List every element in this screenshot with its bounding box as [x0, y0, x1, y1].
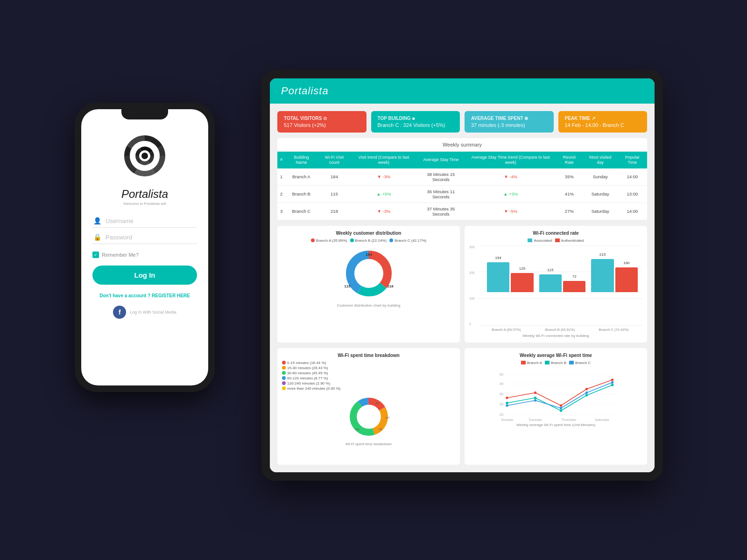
legend-avg-a: Branch A [521, 361, 542, 365]
cell-visits: 218 [317, 203, 351, 220]
table-row: 3 Branch C 218 ▼ -3% 37 Minutes 35 Secon… [277, 203, 647, 220]
svg-point-12 [358, 406, 380, 427]
chart-spent-subtitle: Wi-Fi spent time breakdown [345, 442, 392, 446]
col-building: Building Name [285, 152, 317, 168]
legend-120-240: 120-240 minutes (2.90 %) [282, 381, 330, 385]
tablet-screen: Portalista Total visitors ⊙ 517 Visitors… [270, 78, 655, 472]
weekly-summary-section: Weekly summary # Building Name Wi-Fi Vis… [277, 138, 647, 220]
legend-label-authenticated: Authenticated [561, 238, 584, 243]
bar-chart-area: 194 125 115 [482, 245, 642, 292]
tablet-header: Portalista [270, 78, 655, 104]
svg-text:147: 147 [385, 416, 390, 419]
col-day: Most visited day [583, 152, 618, 168]
username-input[interactable] [106, 217, 197, 224]
kpi-value-visitors: 517 Visitors (+2%) [284, 122, 360, 128]
svg-point-30 [585, 388, 588, 391]
col-time: Popular Time [618, 152, 647, 168]
svg-text:Thursday: Thursday [561, 418, 576, 421]
table-row: 2 Branch B 115 ▲ +5% 36 Minutes 11 Secon… [277, 185, 647, 203]
chart-wifi-subtitle: Weekly Wi-Fi connected rate by building [522, 334, 589, 338]
remember-me-label: Remember Me? [102, 252, 139, 258]
password-row: 🔒 [92, 233, 197, 244]
dot-15-30 [282, 366, 286, 370]
cell-trend: ▲ +5% [352, 185, 416, 203]
legend-branch-a: Branch A (35.99%) [311, 238, 347, 243]
legend-15-30: 15-30 minutes (28.43 %) [282, 366, 328, 370]
remember-me-row[interactable]: ✓ Remember Me? [92, 252, 197, 258]
chart-avg-title: Weekly average Wi-Fi spent time [520, 353, 592, 358]
phone-tagline: Welcome to Portalista wifi [123, 202, 166, 206]
bar-label-c: Branch C (74.42%) [590, 328, 638, 332]
bar-label-b: Branch B (62.61%) [536, 328, 584, 332]
table-header-row: # Building Name Wi-Fi Visit count Visit … [277, 152, 647, 168]
chart-customer-distribution: Weekly customer distribution Branch A (3… [277, 226, 460, 343]
legend-0-15: 0-15 minutes (16.44 %) [282, 361, 326, 365]
table-row: 1 Branch A 184 ▼ -3% 38 Minutes 15 Secon… [277, 168, 647, 186]
chart-customer-subtitle: Customer distribution chart by building [337, 303, 400, 308]
remember-me-checkbox[interactable]: ✓ [92, 252, 99, 258]
cell-time: 13:00 [618, 185, 647, 203]
chart-avg-legend: Branch A Branch B Branch C [521, 361, 591, 365]
svg-text:Sunday: Sunday [501, 418, 513, 421]
legend-30-60: 30-60 minutes (45.45 %) [282, 371, 328, 375]
phone-login-form: 👤 🔒 ✓ Remember Me? Log In Don't have a a… [92, 217, 197, 298]
legend-dot-c [389, 238, 393, 242]
kpi-label-building: Top building ■ [378, 116, 454, 121]
legend-label-b: Branch B (22.24%) [355, 238, 387, 243]
chart-spent-title: Wi-Fi spent time breakdown [338, 353, 400, 358]
legend-60-120: 60-120 minutes (8.77 %) [282, 376, 328, 380]
facebook-icon[interactable]: f [113, 306, 126, 319]
cell-name: Branch A [285, 168, 317, 186]
svg-point-29 [560, 404, 563, 407]
bar-val-b-assoc: 115 [547, 268, 553, 272]
svg-point-3 [356, 260, 382, 287]
donut-spent-chart: 60 235 45 147 [345, 393, 392, 440]
kpi-value-avg: 37 minutes (-3 minutes) [471, 122, 547, 128]
register-link[interactable]: REGISTER HERE [152, 293, 190, 298]
dot-240plus [282, 386, 286, 390]
svg-point-40 [585, 392, 588, 394]
kpi-value-peak: 14 Feb - 14.00 - Branch C [565, 122, 641, 128]
login-button[interactable]: Log In [92, 266, 197, 285]
dot-30-60 [282, 371, 286, 375]
svg-point-39 [560, 407, 563, 410]
cell-day: Saturday [583, 185, 618, 203]
svg-point-34 [560, 409, 563, 412]
col-trend: Visit trend (Compare to last week) [352, 152, 416, 168]
legend-label-c: Branch C (42.17%) [395, 238, 426, 243]
cell-avg-stay: 36 Minutes 11 Seconds [416, 185, 466, 203]
dot-120-240 [282, 381, 286, 385]
bar-group-c: 215 160 [591, 259, 638, 292]
dot-60-120 [282, 376, 286, 380]
legend-avg-c: Branch C [569, 361, 591, 365]
kpi-avg-time[interactable]: Average time spent ⊕ 37 minutes (-3 minu… [465, 111, 554, 133]
svg-text:184: 184 [366, 252, 372, 257]
tablet-device: Portalista Total visitors ⊙ 517 Visitors… [261, 70, 663, 481]
password-input[interactable] [106, 234, 197, 241]
svg-text:Tuesday: Tuesday [529, 418, 542, 421]
chart-wifi-connected: Wi-Fi connected rate Associated Authenti… [465, 226, 647, 343]
legend-authenticated: Authenticated [555, 238, 584, 243]
svg-point-37 [506, 404, 508, 407]
social-login[interactable]: f Log In With Social Media [113, 306, 176, 319]
col-stay-trend: Average Stay Time trend (Compare to last… [465, 152, 556, 168]
legend-label-a: Branch A (35.99%) [316, 238, 347, 243]
kpi-total-visitors[interactable]: Total visitors ⊙ 517 Visitors (+2%) [277, 111, 366, 133]
kpi-peak-time[interactable]: Peak time ↗ 14 Feb - 14.00 - Branch C [558, 111, 648, 133]
col-avg-stay: Average Stay Time [416, 152, 466, 168]
chart-spent-legend: 0-15 minutes (16.44 %) 15-30 minutes (28… [282, 361, 455, 391]
cell-time: 14:00 [618, 203, 647, 220]
cell-stay-trend: ▲ +3% [465, 185, 556, 203]
kpi-label-peak: Peak time ↗ [565, 116, 641, 121]
dot-0-15 [282, 361, 286, 364]
kpi-top-building[interactable]: Top building ■ Branch C : 324 Visitors (… [371, 111, 460, 133]
cell-revisit: 35% [556, 168, 583, 186]
bar-x-labels: Branch A (69.57%) Branch B (62.61%) Bran… [469, 328, 642, 332]
rect-avg-b [545, 361, 550, 364]
legend-label-associated: Associated [534, 238, 552, 243]
bar-c-auth: 160 [615, 267, 638, 292]
phone-notch [121, 109, 168, 119]
rect-avg-c [569, 361, 574, 364]
cell-visits: 115 [317, 185, 351, 203]
bar-label-a: Branch A (69.57%) [482, 328, 530, 332]
